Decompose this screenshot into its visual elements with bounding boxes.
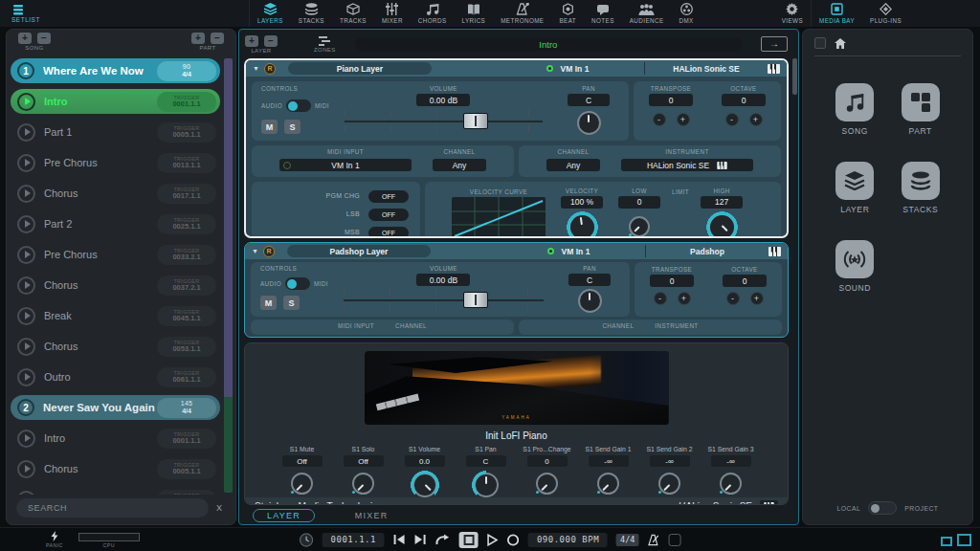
pgm-chg-toggle[interactable]: OFF xyxy=(368,190,409,203)
tile-layer[interactable]: LAYER xyxy=(835,162,874,214)
main-scrollbar[interactable] xyxy=(792,58,797,496)
transpose-value[interactable]: 0 xyxy=(650,275,694,287)
layer-input-select[interactable]: VM In 1 xyxy=(496,64,639,74)
next-part-button[interactable]: → xyxy=(761,36,788,52)
tab-lyrics[interactable]: LYRICS xyxy=(455,0,494,27)
layer-instrument-select[interactable]: Padshop xyxy=(651,247,764,256)
play-icon[interactable] xyxy=(17,276,35,295)
tab-views[interactable]: VIEWS xyxy=(774,0,811,27)
part-row[interactable]: Part 1 TRIGGER0013.1.1 xyxy=(11,487,220,495)
part-row[interactable]: Part 2 TRIGGER0025.1.1 xyxy=(11,211,220,236)
audio-midi-toggle[interactable] xyxy=(285,277,310,290)
local-project-toggle[interactable] xyxy=(868,501,897,515)
tempo-display[interactable]: 090.000 BPM xyxy=(528,533,608,547)
tab-beat[interactable]: BEAT xyxy=(551,0,584,27)
param-value[interactable]: -∞ xyxy=(650,455,690,467)
play-button[interactable] xyxy=(487,534,499,546)
octave-value[interactable]: 0 xyxy=(722,94,766,106)
octave-minus-button[interactable]: - xyxy=(725,113,739,126)
param-knob[interactable] xyxy=(412,473,437,497)
skip-forward-button[interactable] xyxy=(414,534,427,545)
record-button[interactable] xyxy=(507,534,520,546)
volume-slider-handle[interactable] xyxy=(463,113,488,129)
midi-channel-select[interactable]: Any xyxy=(433,159,486,171)
piano-keys-icon[interactable] xyxy=(768,247,781,256)
param-knob[interactable] xyxy=(291,473,313,495)
tab-chords[interactable]: CHORDS xyxy=(411,0,455,27)
layer-panel-piano[interactable]: ▼ R Piano Layer VM In 1 HALion Sonic SE xyxy=(244,58,789,238)
record-arm-button[interactable]: R xyxy=(263,246,275,257)
tab-tracks[interactable]: TRACKS xyxy=(332,0,374,27)
play-icon[interactable] xyxy=(17,93,35,111)
tab-dmx[interactable]: DMX xyxy=(672,0,702,27)
tab-layers[interactable]: LAYERS xyxy=(250,0,291,27)
loop-button[interactable] xyxy=(435,534,451,546)
metronome-button[interactable] xyxy=(647,534,659,546)
tab-stacks[interactable]: STACKS xyxy=(291,0,332,27)
filter-checkbox[interactable] xyxy=(814,37,826,49)
tile-stacks[interactable]: STACKS xyxy=(902,162,940,214)
part-row[interactable]: Break TRIGGER0045.1.1 xyxy=(11,303,220,328)
setlist-scroll-overview[interactable] xyxy=(224,58,233,493)
volume-value[interactable]: 0.00 dB xyxy=(416,94,470,106)
stop-button[interactable] xyxy=(459,532,479,548)
collapse-icon[interactable]: ▼ xyxy=(253,65,259,72)
song-row[interactable]: 1 Where Are We Now 904/4 xyxy=(11,58,220,83)
part-row[interactable]: Outro TRIGGER0061.1.1 xyxy=(11,364,220,389)
current-part-display[interactable]: Intro xyxy=(355,37,742,52)
window-large-icon[interactable] xyxy=(957,534,971,546)
layer-instrument-select[interactable]: HALion Sonic SE xyxy=(650,64,763,74)
param-value[interactable]: 0.0 xyxy=(405,455,445,467)
search-input[interactable]: SEARCH xyxy=(16,498,209,518)
volume-slider-handle[interactable] xyxy=(463,292,488,308)
tab-mixer-view[interactable]: MIXER xyxy=(342,510,402,521)
limit-high-knob[interactable] xyxy=(708,213,736,239)
solo-button[interactable]: S xyxy=(284,120,301,134)
time-signature[interactable]: 4/4 xyxy=(616,534,638,546)
part-row[interactable]: Chorus TRIGGER0053.1.1 xyxy=(11,334,220,359)
add-song-button[interactable]: + xyxy=(18,33,32,44)
part-row[interactable]: Intro TRIGGER0001.1.1 xyxy=(11,426,220,451)
zones-button[interactable]: ZONES xyxy=(314,36,336,53)
tab-media-bay[interactable]: MEDIA BAY xyxy=(812,0,862,27)
record-arm-button[interactable]: R xyxy=(264,63,276,75)
instrument-select[interactable]: HALion Sonic SE xyxy=(621,159,753,171)
transpose-plus-button[interactable]: + xyxy=(677,113,690,126)
instrument-channel-select[interactable]: Any xyxy=(546,159,600,171)
pan-value[interactable]: C xyxy=(568,274,611,286)
tile-sound[interactable]: SOUND xyxy=(835,240,874,293)
play-icon[interactable] xyxy=(17,215,35,233)
skip-back-button[interactable] xyxy=(393,534,406,545)
tab-plug-ins[interactable]: PLUG-INS xyxy=(862,0,909,27)
octave-minus-button[interactable]: - xyxy=(726,292,740,305)
mute-button[interactable]: M xyxy=(260,296,277,310)
play-icon[interactable] xyxy=(17,368,35,386)
layer-panel-padshop[interactable]: ▼ R Padshop Layer VM In 1 Padshop xyxy=(244,242,789,338)
param-value[interactable]: C xyxy=(466,455,506,467)
pan-knob[interactable] xyxy=(578,289,602,313)
precount-checkbox[interactable] xyxy=(668,534,680,546)
pan-value[interactable]: C xyxy=(568,94,610,106)
velocity-knob[interactable] xyxy=(568,213,596,239)
position-display[interactable]: 0001.1.1 xyxy=(323,533,385,547)
part-row[interactable]: Intro TRIGGER0001.1.1 xyxy=(11,89,220,114)
volume-value[interactable]: 0.00 dB xyxy=(416,274,470,286)
velocity-value[interactable]: 100 % xyxy=(561,196,603,209)
play-icon[interactable] xyxy=(17,307,35,325)
piano-keys-icon[interactable] xyxy=(768,64,780,74)
play-icon[interactable] xyxy=(17,430,35,448)
transpose-value[interactable]: 0 xyxy=(649,94,693,106)
song-row[interactable]: 2 Never Saw You Again 1454/4 xyxy=(11,395,220,420)
play-icon[interactable] xyxy=(17,123,35,142)
param-knob[interactable] xyxy=(597,473,619,495)
transpose-plus-button[interactable]: + xyxy=(678,292,691,305)
midi-input-select[interactable]: VM In 1 xyxy=(279,159,412,171)
limit-low-value[interactable]: 0 xyxy=(618,196,660,209)
octave-value[interactable]: 0 xyxy=(723,275,767,287)
part-row[interactable]: Chorus TRIGGER0037.2.1 xyxy=(11,273,220,298)
audio-midi-toggle[interactable] xyxy=(286,99,311,112)
volume-slider[interactable] xyxy=(344,289,543,309)
lsb-toggle[interactable]: OFF xyxy=(368,209,409,221)
play-icon[interactable] xyxy=(17,338,35,356)
part-row[interactable]: Pre Chorus TRIGGER0033.2.1 xyxy=(11,242,220,267)
